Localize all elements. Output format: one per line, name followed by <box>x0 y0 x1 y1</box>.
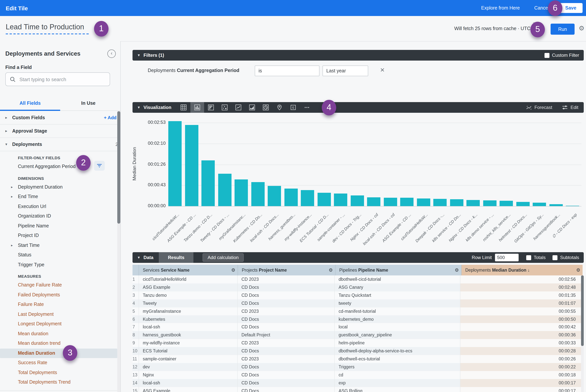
table-scrollbar-track[interactable] <box>581 276 584 392</box>
remove-filter-icon[interactable]: ✕ <box>380 67 385 74</box>
item-last-deployment[interactable]: Last Deployment <box>0 310 117 319</box>
column-gear-icon[interactable]: ⚙ <box>329 265 333 276</box>
chart-bar-20[interactable] <box>483 200 496 206</box>
table-row-10[interactable]: 10ECS TutorialCD Docsdbothwell-deploy-al… <box>132 347 581 355</box>
chart-bar-10[interactable] <box>317 192 331 206</box>
add-custom-field-link[interactable]: + Add <box>104 111 116 124</box>
forecast-button[interactable]: Forecast <box>526 105 552 110</box>
chart-bar-14[interactable] <box>384 198 397 206</box>
run-button[interactable]: Run <box>551 24 575 35</box>
chart-bar-9[interactable] <box>301 190 314 206</box>
item-change-failure-rate[interactable]: Change Failure Rate <box>0 280 117 290</box>
cell-median-duration[interactable]: 00:01:35 <box>460 292 581 300</box>
table-row-6[interactable]: 6KubernetesCD Docskubernetes_demo00:00:5… <box>132 315 581 323</box>
viz-type-area-icon[interactable] <box>245 102 259 113</box>
chart-bar-2[interactable] <box>185 125 198 206</box>
cell[interactable]: sample-container <box>139 355 238 363</box>
cell[interactable]: Tanzu demo <box>139 292 238 300</box>
visualization-panel-header[interactable]: ▼ Visualization 6 Forecast <box>132 102 584 113</box>
chart-bar-4[interactable] <box>218 174 231 206</box>
cell[interactable]: dbothwell-cicd-tutorial <box>335 276 460 284</box>
cell[interactable]: CD Docs <box>238 315 335 323</box>
cell[interactable]: cd-manifest-tutorial <box>335 307 460 315</box>
column-header-pipeline-name[interactable]: Pipelines Pipeline Name⚙ <box>335 265 462 276</box>
chart-bar-12[interactable] <box>351 196 364 206</box>
cell[interactable]: CD Docs <box>238 292 335 300</box>
chart-bar-6[interactable] <box>251 182 264 206</box>
chart-bar-11[interactable] <box>334 194 347 206</box>
explore-from-here-link[interactable]: Explore from Here <box>481 5 520 11</box>
cell[interactable]: CD 2023 <box>238 276 335 284</box>
viz-type-table-icon[interactable] <box>177 102 190 113</box>
cell-median-duration[interactable]: 00:00:36 <box>460 331 581 339</box>
chevron-right-icon[interactable]: ▸ <box>11 192 13 202</box>
filters-panel-header[interactable]: ▼ Filters (1) Custom Filter <box>132 50 584 60</box>
cell[interactable]: harness_guestbook <box>139 331 238 339</box>
table-row-5[interactable]: 5myGrafanaInstanceCD 2023cd-manifest-tut… <box>132 307 581 315</box>
cell-median-duration[interactable]: 00:00:50 <box>460 315 581 323</box>
viz-type-line-icon[interactable] <box>231 102 245 113</box>
chart-bar-3[interactable] <box>201 160 215 206</box>
field-search-input[interactable] <box>19 76 96 82</box>
cell[interactable]: Triggers <box>335 363 460 371</box>
viz-type-hbar-icon[interactable] <box>204 102 218 113</box>
chart-bar-18[interactable] <box>450 200 463 206</box>
item-execution-url[interactable]: Execution Url <box>0 202 117 212</box>
item-end-time[interactable]: ▸End Time <box>0 192 117 202</box>
cell-median-duration[interactable]: 00:00:42 <box>460 323 581 331</box>
cell[interactable]: ASG Canary <box>335 284 460 292</box>
cell[interactable]: dbothwell-ecs-tutorial <box>335 355 460 363</box>
cell[interactable]: local-ssh <box>139 379 238 387</box>
cell[interactable]: CD Docs <box>238 379 335 387</box>
cell[interactable]: local <box>335 323 460 331</box>
table-row-12[interactable]: 12devCD DocsTriggers00:00:22 <box>132 363 581 371</box>
item-status[interactable]: Status <box>0 250 117 260</box>
sidebar-scrollbar-thumb[interactable] <box>117 111 120 224</box>
add-calculation-button[interactable]: Add calculation <box>203 253 244 262</box>
column-header-project-name[interactable]: Projects Project Name⚙ <box>238 265 335 276</box>
cell[interactable]: tweety <box>335 299 460 307</box>
table-row-8[interactable]: 8harness_guestbookDefault Projectguestbo… <box>132 331 581 339</box>
item-failed-deployments[interactable]: Failed Deployments <box>0 290 117 300</box>
cell[interactable]: dbothwell-deploy-alpha-service-to-ecs <box>335 347 460 355</box>
save-button[interactable]: Save <box>559 3 583 13</box>
item-median-duration[interactable]: Median Duration <box>0 348 117 358</box>
cell[interactable]: exp <box>335 379 460 387</box>
viz-type-bar-icon[interactable] <box>190 102 204 113</box>
table-row-15[interactable]: 15ASG ExampleCD DocsASG Rolling00:00:17 <box>132 387 581 392</box>
item-mean-duration[interactable]: Mean duration <box>0 329 117 339</box>
cell[interactable]: cicdTutorialHelloWorld <box>139 276 238 284</box>
cell-median-duration[interactable]: 00:00:28 <box>460 347 581 355</box>
chevron-right-icon[interactable]: ▸ <box>5 124 7 138</box>
cell[interactable]: Tweety <box>139 299 238 307</box>
column-gear-icon[interactable]: ⚙ <box>576 265 580 276</box>
viz-type-scatter-icon[interactable] <box>218 102 231 113</box>
chart-bar-5[interactable] <box>235 180 248 206</box>
cell[interactable]: CD Docs <box>238 284 335 292</box>
item-project-id[interactable]: Project ID <box>0 231 117 240</box>
table-row-13[interactable]: 13NginxCD Docscd00:00:18 <box>132 371 581 379</box>
chevron-right-icon[interactable]: ▸ <box>5 111 7 124</box>
table-row-4[interactable]: 4TweetyCD Docstweety00:01:07 <box>132 299 581 307</box>
item-failure-rate[interactable]: Failure Rate <box>0 300 117 310</box>
table-row-3[interactable]: 3Tanzu demoCD DocsTanzu Quickstart00:01:… <box>132 292 581 300</box>
cancel-link[interactable]: Cancel <box>534 5 549 11</box>
cell[interactable]: CD Docs <box>238 363 335 371</box>
cell[interactable]: ASG Rolling <box>335 387 460 392</box>
chart-bar-16[interactable] <box>417 198 430 206</box>
viz-type-pie-icon[interactable] <box>259 102 273 113</box>
item-start-time[interactable]: ▸Start Time <box>0 240 117 250</box>
cell-median-duration[interactable]: 00:00:22 <box>460 363 581 371</box>
item-success-rate[interactable]: Success Rate <box>0 358 117 368</box>
cell-median-duration[interactable]: 00:02:56 <box>460 276 581 284</box>
cell[interactable]: CD Docs <box>238 371 335 379</box>
column-gear-icon[interactable]: ⚙ <box>231 265 235 276</box>
cell[interactable]: CD 2023 <box>238 307 335 315</box>
cell-median-duration[interactable]: 00:00:33 <box>460 339 581 347</box>
tab-in-use[interactable]: In Use <box>60 98 116 110</box>
table-row-2[interactable]: 2ASG ExampleCD DocsASG Canary00:02:48 <box>132 284 581 292</box>
column-header-service-name[interactable]: Services Service Name⚙ <box>139 265 238 276</box>
item-mean-duration-trend[interactable]: Mean duration trend <box>0 339 117 348</box>
table-row-9[interactable]: 9my-wildfly-instanceCD 2023helm-pipeline… <box>132 339 581 347</box>
cell[interactable]: Kubernetes <box>139 315 238 323</box>
